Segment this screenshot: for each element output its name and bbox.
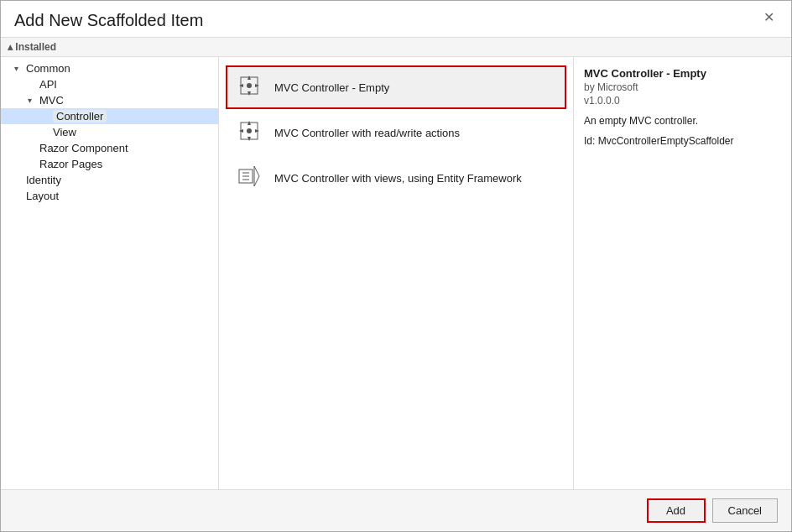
tree-item-common[interactable]: ▾Common: [1, 60, 218, 76]
scaffold-item-mvc-readwrite[interactable]: MVC Controller with read/write actions: [226, 111, 566, 154]
scaffold-label-mvc-readwrite: MVC Controller with read/write actions: [274, 127, 460, 139]
scaffold-item-mvc-views-ef[interactable]: MVC Controller with views, using Entity …: [226, 156, 566, 200]
tree-item-layout[interactable]: Layout: [1, 188, 218, 204]
tree-item-label-controller: Controller: [53, 110, 107, 123]
add-scaffolded-item-dialog: Add New Scaffolded Item ✕ ▴ Installed ▾C…: [0, 0, 792, 532]
scaffold-icon-mvc-views-ef: [237, 164, 264, 191]
tree-item-label-api: API: [39, 78, 57, 91]
tree-item-label-identity: Identity: [26, 174, 61, 186]
tree-item-razor-pages[interactable]: Razor Pages: [1, 156, 218, 172]
left-panel: ▾CommonAPI▾MVCControllerViewRazor Compon…: [1, 57, 219, 489]
dialog-title: Add New Scaffolded Item: [14, 11, 203, 30]
installed-label: ▴ Installed: [8, 41, 56, 53]
scaffold-label-mvc-empty: MVC Controller - Empty: [274, 81, 389, 94]
tree-item-api[interactable]: API: [1, 76, 218, 92]
cancel-button[interactable]: Cancel: [712, 498, 778, 523]
scaffold-icon-mvc-empty: [237, 74, 264, 101]
detail-id: Id: MvcControllerEmptyScaffolder: [584, 135, 781, 147]
scaffold-item-mvc-empty[interactable]: MVC Controller - Empty: [226, 65, 566, 109]
detail-author: by Microsoft: [584, 81, 781, 93]
tree-item-razor-component[interactable]: Razor Component: [1, 140, 218, 156]
scaffold-icon-mvc-readwrite: [237, 119, 264, 146]
tree-item-label-view: View: [53, 126, 76, 138]
tree-item-identity[interactable]: Identity: [1, 172, 218, 188]
tree-item-label-common: Common: [26, 62, 70, 75]
detail-description: An empty MVC controller.: [584, 115, 781, 127]
tree-item-label-mvc: MVC: [39, 94, 64, 107]
footer: Add Cancel: [1, 489, 791, 531]
svg-point-5: [247, 83, 252, 88]
center-panel: MVC Controller - Empty MVC Controller wi…: [219, 57, 573, 489]
title-bar: Add New Scaffolded Item ✕: [1, 1, 791, 38]
right-panel: MVC Controller - Empty by Microsoft v1.0…: [573, 57, 791, 489]
tree-item-label-razor-pages: Razor Pages: [39, 158, 102, 170]
installed-toolbar: ▴ Installed: [1, 38, 791, 57]
detail-title: MVC Controller - Empty: [584, 67, 781, 80]
scaffold-label-mvc-views-ef: MVC Controller with views, using Entity …: [274, 172, 522, 185]
svg-point-11: [247, 128, 252, 133]
tree-item-label-razor-component: Razor Component: [39, 142, 128, 154]
svg-marker-13: [254, 166, 259, 186]
tree-item-mvc[interactable]: ▾MVC: [1, 92, 218, 108]
main-content: ▾CommonAPI▾MVCControllerViewRazor Compon…: [1, 57, 791, 489]
tree-item-controller[interactable]: Controller: [1, 108, 218, 124]
close-button[interactable]: ✕: [760, 11, 778, 24]
tree-item-view[interactable]: View: [1, 124, 218, 140]
add-button[interactable]: Add: [647, 498, 706, 523]
tree-item-label-layout: Layout: [26, 190, 59, 202]
detail-version: v1.0.0.0: [584, 95, 781, 107]
